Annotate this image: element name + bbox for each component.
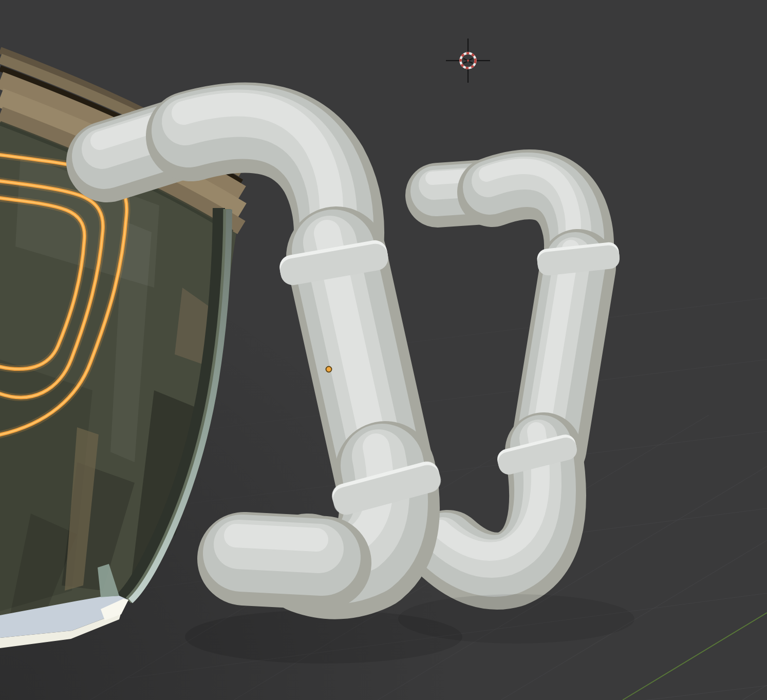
blender-3d-viewport[interactable] [0, 0, 767, 700]
large-pipe-bottom-tube [236, 536, 325, 563]
object-origin-dot [326, 367, 332, 372]
viewport-canvas[interactable] [0, 0, 767, 700]
